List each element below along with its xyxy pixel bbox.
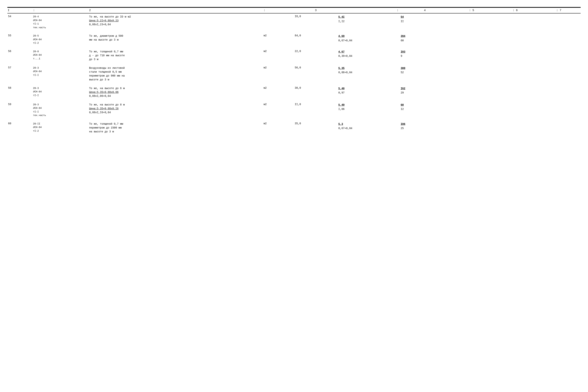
- row-col10: [537, 65, 581, 82]
- row-price: 4,690,67+0,04: [338, 33, 400, 46]
- row-price: 5,4II,I2: [338, 13, 400, 30]
- row-quantity: 84,0: [294, 33, 338, 46]
- col-header-5: : 5: [450, 8, 494, 13]
- row-col8: [450, 102, 494, 118]
- row-col10: [537, 120, 581, 134]
- table-row: 5520-5∂СН-84тI-2То же, диаметром д 500мм…: [7, 33, 581, 46]
- table-row: 6020-II∂СН-84тI-2То же, толщиной 0,7 ммп…: [7, 120, 581, 134]
- row-total: I039: [400, 48, 450, 62]
- row-total: 39460: [400, 33, 450, 46]
- row-col8: [450, 48, 494, 62]
- row-col10: [537, 48, 581, 62]
- col-header-colon3: :: [338, 8, 400, 13]
- row-col8: [450, 120, 494, 134]
- row-price: 4,670,39+0,04: [338, 48, 400, 62]
- table-row: 5420-4∂СН-84тI-1тех.частьТо же, на высот…: [7, 13, 581, 30]
- spacer-row: [7, 46, 581, 48]
- table-row: 5720-3∂СН-84тI-IВоздуховоды из листовойс…: [7, 65, 581, 82]
- row-num: 60: [7, 120, 32, 134]
- row-col8: [450, 33, 494, 46]
- row-col9: [494, 48, 537, 62]
- spacer-row: [7, 62, 581, 65]
- row-col10: [537, 33, 581, 46]
- row-col9: [494, 13, 537, 30]
- row-unit: м2: [263, 65, 294, 82]
- table-header-row: I : 2 : 3 : 4 : 5 : 6 : 7: [7, 8, 581, 13]
- col-header-colon1: :: [32, 8, 88, 13]
- row-quantity: IO,0: [294, 13, 338, 30]
- row-description: Воздуховоды из листовойстали толщиной 0,…: [88, 65, 263, 82]
- col-header-colon2: :: [263, 8, 294, 13]
- row-unit: [263, 13, 294, 30]
- spacer-row: [7, 30, 581, 33]
- row-col9: [494, 102, 537, 118]
- row-total: 60I2: [400, 102, 450, 118]
- col-header-4: 4: [400, 8, 450, 13]
- col-header-3: 3: [294, 8, 338, 13]
- row-unit: м2: [263, 120, 294, 134]
- row-col8: [450, 65, 494, 82]
- col-header-1: I: [7, 8, 32, 13]
- spacer-row: [7, 99, 581, 102]
- table-row: 5820-3∂СН-84тI-IТо же, на высоте до 6 мЦ…: [7, 85, 581, 99]
- row-num: 56: [7, 48, 32, 62]
- row-description: То же, на высоте до 6 мЦена:5,35+0,88х0,…: [88, 85, 263, 99]
- row-description: То же, диаметром д 500мм на высоте до 3 …: [88, 33, 263, 46]
- row-codes: 20-8∂СН-84т...1: [32, 48, 88, 62]
- spacer-row: [7, 118, 581, 120]
- row-description: То же, на высоте до IO м м2Цена:5,2I+0,8…: [88, 13, 263, 30]
- row-codes: 20-3∂СН-84тI-I: [32, 65, 88, 82]
- row-codes: 20-4∂СН-84тI-1тех.часть: [32, 13, 88, 30]
- row-num: 58: [7, 85, 32, 99]
- col-header-2: 2: [88, 8, 263, 13]
- row-col9: [494, 85, 537, 99]
- row-num: 54: [7, 13, 32, 30]
- row-unit: м2: [263, 48, 294, 62]
- row-num: 57: [7, 65, 32, 82]
- row-quantity: 30,0: [294, 85, 338, 99]
- row-quantity: II,0: [294, 102, 338, 118]
- row-price: 5,49I,06: [338, 102, 400, 118]
- row-num: 55: [7, 33, 32, 46]
- main-table: I : 2 : 3 : 4 : 5 : 6 : 7 5420-4∂СН-84тI…: [7, 8, 581, 137]
- row-codes: 20-3∂СН-84тI-I: [32, 85, 88, 99]
- row-col9: [494, 33, 537, 46]
- row-description: То же, толщиной 0,7 ммпериметром до 1500…: [88, 120, 263, 134]
- row-price: 5,30,67+0,04: [338, 120, 400, 134]
- row-quantity: 56,0: [294, 65, 338, 82]
- spacer-row: [7, 134, 581, 137]
- row-description: То же, на высоте до 8 мЦена:5,35+0,88х0,…: [88, 102, 263, 118]
- row-description: То же, толщиной 0,7 ммд - до 710 мм на в…: [88, 48, 263, 62]
- row-codes: 20-II∂СН-84тI-2: [32, 120, 88, 134]
- row-total: I8625: [400, 120, 450, 134]
- row-unit: м2: [263, 33, 294, 46]
- row-col10: [537, 13, 581, 30]
- row-price: 5,400,97: [338, 85, 400, 99]
- row-total: 54II: [400, 13, 450, 30]
- row-col10: [537, 102, 581, 118]
- row-num: 59: [7, 102, 32, 118]
- spacer-row: [7, 82, 581, 85]
- row-codes: 20-3∂СН-84тI-Iтех.часть: [32, 102, 88, 118]
- row-col9: [494, 65, 537, 82]
- row-price: 5,350,88+0,04: [338, 65, 400, 82]
- row-col8: [450, 85, 494, 99]
- row-unit: м2: [263, 102, 294, 118]
- col-header-7: : 7: [537, 8, 581, 13]
- row-col10: [537, 85, 581, 99]
- row-codes: 20-5∂СН-84тI-2: [32, 33, 88, 46]
- row-unit: м2: [263, 85, 294, 99]
- col-header-6: : 6: [494, 8, 537, 13]
- row-quantity: 35,0: [294, 120, 338, 134]
- row-total: I6229: [400, 85, 450, 99]
- table-row: 5620-8∂СН-84т...1То же, толщиной 0,7 ммд…: [7, 48, 581, 62]
- row-quantity: 22,0: [294, 48, 338, 62]
- row-col8: [450, 13, 494, 30]
- row-col9: [494, 120, 537, 134]
- row-total: 30052: [400, 65, 450, 82]
- table-row: 5920-3∂СН-84тI-Iтех.частьТо же, на высот…: [7, 102, 581, 118]
